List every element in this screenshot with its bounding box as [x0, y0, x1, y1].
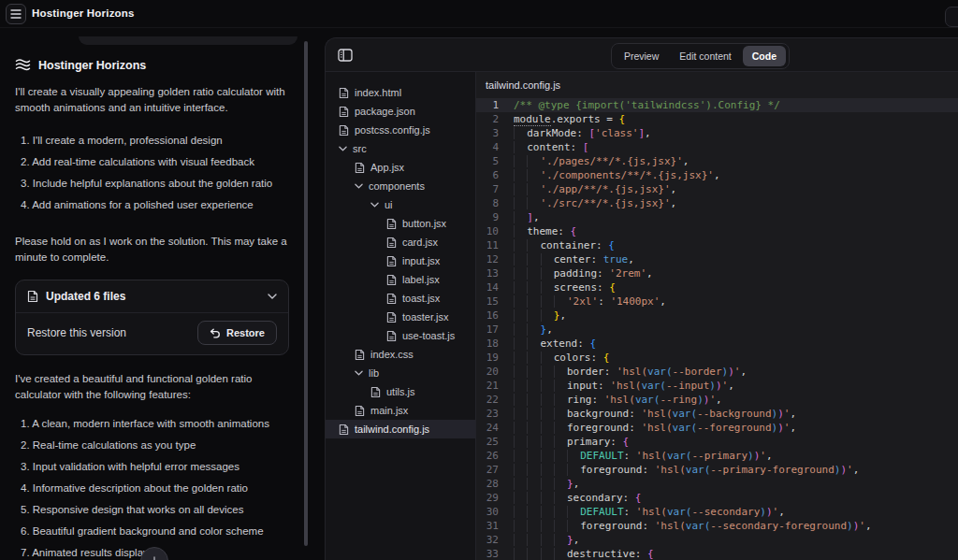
tree-item-label: label.jsx	[402, 274, 440, 285]
tab-code[interactable]: Code	[743, 46, 786, 66]
line-number: 25	[476, 435, 514, 449]
code-line-content: foreground: 'hsl(var(--primary-foregroun…	[514, 463, 859, 477]
code-line-16: 16 },	[476, 309, 958, 323]
tree-item-label: src	[353, 143, 367, 154]
code-line-content: extend: {	[514, 337, 596, 351]
code-line-content: DEFAULT: 'hsl(var(--primary))',	[514, 449, 773, 463]
tab-edit-content[interactable]: Edit content	[670, 46, 740, 66]
tree-item-label: card.jsx	[402, 237, 438, 248]
file-icon	[386, 255, 397, 267]
tree-item-label: toaster.jsx	[402, 311, 449, 323]
line-number: 14	[476, 280, 514, 294]
tree-folder-lib[interactable]: lib	[326, 364, 475, 382]
file-icon	[355, 162, 365, 174]
code-line-12: 12 center: true,	[476, 252, 958, 266]
code-line-13: 13 padding: '2rem',	[476, 266, 958, 280]
app-title: Hostinger Horizons	[32, 7, 135, 19]
code-line-content: border: 'hsl(var(--border))',	[514, 365, 747, 379]
chat-panel: Hostinger Horizons I'll create a visuall…	[0, 28, 311, 560]
line-number: 23	[476, 407, 514, 421]
tree-file-package.json[interactable]: package.json	[326, 102, 475, 121]
line-number: 15	[476, 294, 514, 309]
code-line-content: destructive: {	[514, 547, 654, 560]
code-editor: tailwind.config.js 1/** @type {import('t…	[476, 72, 958, 560]
restore-button[interactable]: Restore	[197, 321, 277, 345]
line-number: 30	[476, 505, 514, 519]
line-number: 4	[476, 140, 514, 154]
feature-item: A clean, modern interface with smooth an…	[21, 416, 290, 432]
code-line-24: 24 foreground: 'hsl(var(--foreground))',	[476, 421, 958, 435]
file-icon	[386, 218, 397, 230]
line-number: 1	[476, 98, 514, 112]
code-line-content: },	[514, 477, 579, 491]
code-line-content: secondary: {	[514, 491, 641, 505]
tree-file-postcss.config.js[interactable]: postcss.config.js	[326, 121, 475, 139]
code-line-27: 27 foreground: 'hsl(var(--primary-foregr…	[476, 463, 958, 477]
plan-list: I'll create a modern, professional desig…	[21, 133, 290, 213]
line-number: 27	[476, 463, 514, 477]
line-number: 21	[476, 379, 514, 393]
code-line-content: content: [	[514, 140, 588, 154]
code-line-11: 11 container: {	[476, 238, 958, 252]
file-icon	[339, 106, 349, 118]
chevron-down-icon	[355, 183, 363, 189]
code-line-content: '2xl': '1400px',	[514, 294, 666, 309]
tree-item-label: ui	[385, 199, 393, 210]
line-number: 11	[476, 238, 514, 252]
updated-files-toggle[interactable]: Updated 6 files	[16, 280, 288, 312]
code-line-content: theme: {	[514, 224, 576, 238]
tab-preview[interactable]: Preview	[615, 46, 668, 66]
tree-folder-ui[interactable]: ui	[326, 195, 475, 214]
feature-item: Input validation with helpful error mess…	[21, 459, 290, 475]
code-line-content: /** @type {import('tailwindcss').Config}…	[514, 98, 780, 112]
tree-file-App.jsx[interactable]: App.jsx	[326, 158, 475, 177]
file-icon	[370, 386, 381, 398]
panel-layout-icon	[338, 49, 353, 62]
code-line-6: 6 './components/**/*.{js,jsx}',	[476, 168, 958, 182]
line-number: 6	[476, 168, 514, 182]
file-icon	[339, 424, 349, 436]
code-line-31: 31 foreground: 'hsl(var(--secondary-fore…	[476, 519, 958, 533]
tree-folder-src[interactable]: src	[326, 139, 475, 158]
code-line-content: padding: '2rem',	[514, 266, 653, 280]
tree-item-label: components	[369, 180, 425, 192]
tree-file-utils.js[interactable]: utils.js	[326, 382, 475, 401]
tree-file-index.html[interactable]: index.html	[326, 83, 475, 102]
tree-file-use-toast.js[interactable]: use-toast.js	[326, 326, 475, 345]
tree-file-card.jsx[interactable]: card.jsx	[326, 233, 475, 251]
tree-file-tailwind.config.js[interactable]: tailwind.config.js	[326, 420, 475, 438]
line-number: 12	[476, 252, 514, 266]
tree-item-label: App.jsx	[370, 162, 404, 173]
tree-file-index.css[interactable]: index.css	[326, 345, 475, 364]
tree-item-label: input.jsx	[402, 255, 440, 266]
code-line-content: ring: 'hsl(var(--ring))',	[514, 393, 722, 407]
sidebar-toggle-button[interactable]	[337, 47, 354, 64]
tree-file-input.jsx[interactable]: input.jsx	[326, 251, 475, 270]
code-line-8: 8 './src/**/*.{js,jsx}',	[476, 196, 958, 210]
chat-scrollbar[interactable]	[304, 41, 308, 546]
line-number: 10	[476, 224, 514, 238]
line-number: 16	[476, 309, 514, 323]
code-line-25: 25 primary: {	[476, 435, 958, 449]
code-line-content: DEFAULT: 'hsl(var(--secondary))',	[514, 505, 785, 519]
file-icon	[386, 237, 397, 249]
code-area[interactable]: 1/** @type {import('tailwindcss').Config…	[476, 98, 958, 560]
code-line-content: darkMode: ['class'],	[514, 126, 651, 140]
tree-file-main.jsx[interactable]: main.jsx	[326, 401, 475, 420]
code-line-content: },	[514, 323, 553, 337]
tree-file-label.jsx[interactable]: label.jsx	[326, 270, 475, 289]
code-line-1: 1/** @type {import('tailwindcss').Config…	[476, 98, 958, 112]
code-line-15: 15 '2xl': '1400px',	[476, 294, 958, 309]
topbar-clipped-button[interactable]	[945, 7, 958, 27]
hamburger-menu-button[interactable]	[6, 4, 26, 24]
tree-file-button.jsx[interactable]: button.jsx	[326, 214, 475, 233]
tree-file-toast.jsx[interactable]: toast.jsx	[326, 289, 475, 308]
file-icon	[355, 349, 365, 361]
file-icon	[386, 311, 397, 323]
tree-folder-components[interactable]: components	[326, 177, 475, 195]
line-number: 33	[476, 547, 514, 560]
line-number: 26	[476, 449, 514, 463]
tree-file-toaster.jsx[interactable]: toaster.jsx	[326, 308, 475, 326]
code-line-content: center: true,	[514, 252, 634, 266]
line-number: 28	[476, 477, 514, 491]
